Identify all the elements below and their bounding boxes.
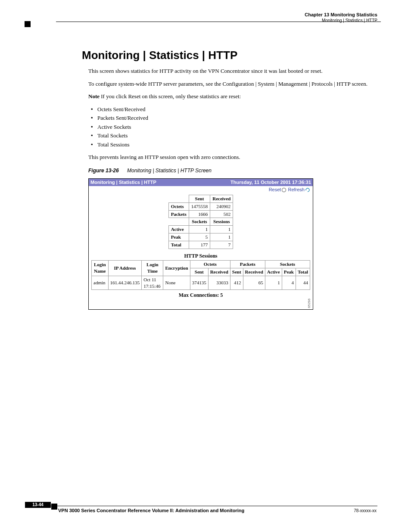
reset-label: Reset bbox=[269, 187, 281, 192]
row-packets: Packets bbox=[168, 210, 189, 218]
breadcrumb: Monitoring | Statistics | HTTP bbox=[90, 179, 156, 186]
col-sock-peak: Peak bbox=[282, 268, 296, 276]
cell-enc: None bbox=[163, 276, 190, 290]
reset-link[interactable]: Reset bbox=[269, 187, 287, 192]
cell-time: Oct 11 17:15:46 bbox=[142, 276, 163, 290]
refresh-label: Refresh bbox=[288, 187, 305, 192]
total-sessions: 7 bbox=[210, 241, 233, 249]
cell-orecv: 33033 bbox=[208, 276, 230, 290]
bullet-item: Packets Sent/Received bbox=[91, 114, 381, 122]
note-para: Note If you click Reset on this screen, … bbox=[88, 93, 381, 100]
col-sock-total: Total bbox=[296, 268, 310, 276]
svg-point-0 bbox=[282, 188, 286, 192]
timestamp: Thursday, 11 October 2001 17:36:31 bbox=[230, 179, 311, 186]
intro-para-3: This prevents leaving an HTTP session op… bbox=[88, 153, 381, 161]
screenshot-titlebar: Monitoring | Statistics | HTTP Thursday,… bbox=[89, 179, 313, 186]
page-number: 13-44 bbox=[25, 502, 51, 508]
section-label: Monitoring | Statistics | HTTP bbox=[305, 18, 377, 23]
col-enc: Encryption bbox=[163, 260, 190, 276]
col-time: Login Time bbox=[142, 260, 163, 276]
col-ip: IP Address bbox=[108, 260, 142, 276]
reset-icon bbox=[281, 187, 286, 193]
note-label: Note bbox=[88, 93, 100, 100]
col-octets-recv: Received bbox=[208, 268, 230, 276]
running-header: Chapter 13 Monitoring Statistics Monitor… bbox=[305, 12, 377, 23]
row-peak: Peak bbox=[168, 233, 189, 241]
svg-marker-1 bbox=[305, 190, 307, 191]
refresh-icon bbox=[305, 187, 310, 193]
packets-received: 502 bbox=[210, 210, 233, 218]
octets-sent: 1475558 bbox=[189, 202, 210, 210]
col-sent: Sent bbox=[189, 195, 210, 202]
footer-book-title: VPN 3000 Series Concentrator Reference V… bbox=[58, 508, 244, 513]
group-packets: Packets bbox=[230, 260, 265, 268]
col-packets-sent: Sent bbox=[230, 268, 243, 276]
col-sessions: Sessions bbox=[210, 218, 233, 226]
bullet-item: Total Sessions bbox=[91, 141, 381, 149]
group-sockets: Sockets bbox=[265, 260, 310, 268]
chapter-label: Chapter 13 Monitoring Statistics bbox=[305, 12, 377, 18]
note-text: If you click Reset on this screen, only … bbox=[101, 93, 241, 100]
col-sockets: Sockets bbox=[189, 218, 210, 226]
col-packets-recv: Received bbox=[243, 268, 265, 276]
col-sock-active: Active bbox=[265, 268, 282, 276]
image-source-number: 65296 bbox=[307, 299, 312, 308]
body-content: Monitoring | Statistics | HTTP This scre… bbox=[88, 48, 381, 310]
total-sockets: 177 bbox=[189, 241, 210, 249]
active-sessions: 1 bbox=[210, 226, 233, 233]
col-octets-sent: Sent bbox=[190, 268, 208, 276]
note-bullets: Octets Sent/Received Packets Sent/Receiv… bbox=[88, 106, 381, 149]
figure-title: Monitoring | Statistics | HTTP Screen bbox=[127, 168, 212, 174]
cell-psent: 412 bbox=[230, 276, 243, 290]
bullet-item: Active Sockets bbox=[91, 123, 381, 131]
corner-square bbox=[25, 21, 31, 27]
refresh-link[interactable]: Refresh bbox=[288, 187, 310, 192]
cell-stotal: 44 bbox=[296, 276, 310, 290]
sessions-title: HTTP Sessions bbox=[89, 252, 313, 259]
col-login: Login Name bbox=[92, 260, 109, 276]
cell-login: admin bbox=[92, 276, 109, 290]
cell-speak: 4 bbox=[282, 276, 296, 290]
group-octets: Octets bbox=[190, 260, 230, 268]
col-received: Received bbox=[210, 195, 233, 202]
toolbar: Reset Refresh bbox=[89, 186, 313, 193]
footer-rule bbox=[30, 506, 377, 506]
table-row: admin 161.44.246.135 Oct 11 17:15:46 Non… bbox=[92, 276, 310, 290]
footer-square bbox=[51, 504, 57, 510]
bullet-item: Total Sockets bbox=[91, 132, 381, 140]
cell-osent: 374135 bbox=[190, 276, 208, 290]
intro-para-2: To configure system-wide HTTP server par… bbox=[88, 80, 381, 88]
row-octets: Octets bbox=[168, 202, 189, 210]
figure-caption: Figure 13-26 Monitoring | Statistics | H… bbox=[88, 167, 381, 174]
figure-number: Figure 13-26 bbox=[88, 168, 119, 174]
page-title: Monitoring | Statistics | HTTP bbox=[82, 48, 381, 63]
packets-sent: 1666 bbox=[189, 210, 210, 218]
bullet-item: Octets Sent/Received bbox=[91, 106, 381, 113]
cell-ip: 161.44.246.135 bbox=[108, 276, 142, 290]
peak-sessions: 1 bbox=[210, 233, 233, 241]
row-active: Active bbox=[168, 226, 189, 233]
intro-para-1: This screen shows statistics for HTTP ac… bbox=[88, 67, 381, 75]
peak-sockets: 5 bbox=[189, 233, 210, 241]
row-total: Total bbox=[168, 241, 189, 249]
summary-tables: Sent Received Octets 1475558 240902 Pack… bbox=[89, 195, 313, 249]
octets-received: 240902 bbox=[210, 202, 233, 210]
cell-sactive: 1 bbox=[265, 276, 282, 290]
footer-doc-number: 78-xxxxx-xx bbox=[354, 508, 377, 513]
active-sockets: 1 bbox=[189, 226, 210, 233]
summary-grid: Sent Received Octets 1475558 240902 Pack… bbox=[168, 195, 234, 249]
screenshot-panel: Monitoring | Statistics | HTTP Thursday,… bbox=[88, 178, 313, 309]
sessions-wrap: Login Name IP Address Login Time Encrypt… bbox=[89, 260, 313, 309]
cell-precv: 65 bbox=[243, 276, 265, 290]
max-connections: Max Connections: 5 bbox=[91, 290, 310, 306]
sessions-table: Login Name IP Address Login Time Encrypt… bbox=[91, 260, 310, 290]
